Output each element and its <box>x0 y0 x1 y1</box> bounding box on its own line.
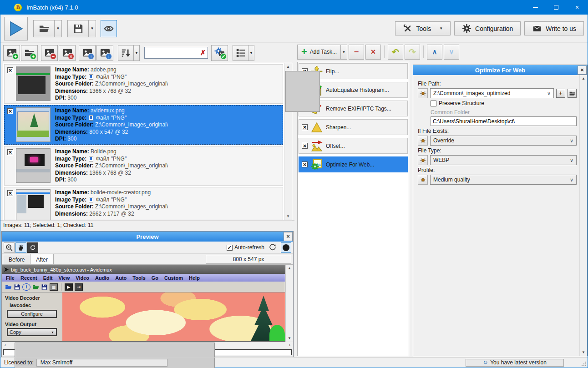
view-mode-button[interactable] <box>233 45 248 61</box>
scroll-down-icon[interactable]: ▼ <box>286 335 293 342</box>
image-checkbox[interactable]: × <box>7 149 13 155</box>
scrollbar-thumb[interactable] <box>285 71 320 112</box>
tab-after[interactable]: After <box>30 254 53 264</box>
image-checkbox[interactable]: × <box>7 67 13 73</box>
preserve-structure-checkbox[interactable] <box>431 101 436 106</box>
scroll-up-icon[interactable]: ▲ <box>284 63 292 70</box>
file-type-param-button[interactable] <box>418 155 428 165</box>
browse-folder-button[interactable] <box>568 89 577 98</box>
common-folder-input[interactable] <box>431 116 577 126</box>
refresh-preview-button[interactable] <box>267 242 278 253</box>
view-mode-dropdown[interactable]: ▼ <box>248 45 254 61</box>
maximize-button[interactable] <box>546 0 567 15</box>
undo-button[interactable]: ↶ <box>388 45 403 60</box>
profile-value: Medium quality <box>433 176 470 183</box>
move-image-up-button[interactable]: ↑ <box>79 45 96 61</box>
task-item-optimize-for-web[interactable]: × Optimize For Web... <box>299 156 408 172</box>
image-item-bolide-movie-creator[interactable]: × Image Name: bolide-movie-creator.png I… <box>4 187 283 220</box>
scroll-left-icon[interactable]: ‹ <box>2 342 9 348</box>
tab-before[interactable]: Before <box>3 255 30 264</box>
add-path-button[interactable]: + <box>556 89 565 98</box>
if-file-exists-select[interactable]: Override ∨ <box>430 136 577 146</box>
task-checkbox[interactable]: × <box>302 143 308 149</box>
toolbar-separator <box>384 45 385 58</box>
profile-param-button[interactable] <box>418 175 428 185</box>
preview-close-button[interactable]: × <box>284 232 293 241</box>
remove-all-tasks-button[interactable]: × <box>365 45 381 60</box>
scroll-down-icon[interactable]: ▼ <box>580 349 587 356</box>
image-dpi: 300 <box>67 136 76 142</box>
image-item-avidemux[interactable]: × Image Name: avidemux.png Image Type: Ф… <box>4 105 283 145</box>
image-name: avidemux.png <box>91 107 125 114</box>
image-type: Файл "PNG" <box>96 156 127 162</box>
preserve-structure-option[interactable]: Preserve Structure <box>431 100 577 106</box>
task-item-sharpen[interactable]: × Sharpen... <box>299 119 408 135</box>
minimize-button[interactable] <box>525 0 546 15</box>
auto-refresh-checkbox[interactable]: ✓ <box>227 245 233 251</box>
task-checkbox[interactable]: × <box>302 161 308 167</box>
optimize-panel-scrollbar[interactable]: ▲ ▼ <box>579 75 587 356</box>
task-label: Optimize For Web... <box>326 161 374 168</box>
close-button[interactable]: × <box>567 0 588 15</box>
clear-search-button[interactable]: ✗ <box>198 49 208 57</box>
add-task-dropdown[interactable]: ▼ <box>340 45 347 60</box>
field-label: Image Type: <box>55 74 86 80</box>
tools-button[interactable]: Tools ▼ <box>395 21 451 35</box>
remove-image-button[interactable]: − <box>41 45 58 61</box>
file-path-param-button[interactable] <box>418 88 428 98</box>
target-icon <box>419 176 427 184</box>
optimize-panel-close-button[interactable]: × <box>578 66 587 75</box>
field-label: Image Name: <box>55 148 89 155</box>
image-search-input[interactable] <box>145 48 198 58</box>
if-exists-param-button[interactable] <box>418 136 428 146</box>
image-item-bolide[interactable]: × Image Name: Bolide.png Image Type: Фай… <box>4 146 283 186</box>
preview-hscrollbar[interactable]: ‹ › <box>2 342 293 348</box>
image-item-adobe[interactable]: × Image Name: adobe.png Image Type: Файл… <box>4 64 283 104</box>
preview-canvas[interactable]: big_buck_bunny_480p_stereo.avi - Avidemu… <box>2 265 285 342</box>
auto-refresh-option[interactable]: ✓ Auto-refresh <box>227 244 264 251</box>
save-project-button[interactable] <box>67 20 88 37</box>
add-folder-button[interactable]: + <box>21 45 38 61</box>
file-path-label: File Path: <box>418 81 577 87</box>
move-image-down-button[interactable]: ↓ <box>96 45 113 61</box>
open-project-dropdown[interactable]: ▼ <box>54 20 62 37</box>
open-project-button[interactable] <box>33 20 54 37</box>
rotate-view-button[interactable] <box>27 242 38 253</box>
save-project-dropdown[interactable]: ▼ <box>88 20 96 37</box>
minus-badge-icon: − <box>50 53 56 60</box>
image-name: adobe.png <box>91 66 117 73</box>
image-checkbox[interactable]: × <box>7 108 13 114</box>
preview-vscrollbar[interactable]: ▲ ▼ <box>285 265 293 342</box>
task-checkbox[interactable]: × <box>302 124 308 130</box>
move-task-up-button[interactable]: ∧ <box>427 45 442 60</box>
sort-images-button[interactable] <box>118 45 133 61</box>
scroll-right-icon[interactable]: › <box>286 342 293 348</box>
image-list-scrollbar[interactable]: ▲ ▼ <box>284 63 292 220</box>
file-type-select[interactable]: WEBP ∨ <box>430 155 577 165</box>
configuration-label: Configuration <box>475 25 513 32</box>
add-images-button[interactable]: + <box>3 45 20 61</box>
add-task-button[interactable]: + Add Task... <box>297 45 340 60</box>
run-tasks-button[interactable] <box>4 17 28 40</box>
scroll-up-icon[interactable]: ▲ <box>286 265 293 272</box>
zoom-fit-button[interactable] <box>4 242 15 253</box>
scroll-down-icon[interactable]: ▼ <box>284 213 292 220</box>
title-bar: B ImBatch (x64) 7.1.0 × <box>0 0 588 15</box>
configuration-button[interactable]: Configuration <box>454 21 521 35</box>
licensee-field: Max Smirnoff <box>36 359 167 367</box>
background-color-button[interactable] <box>281 242 291 253</box>
profile-select[interactable]: Medium quality ∨ <box>430 175 577 185</box>
image-checkbox[interactable]: × <box>7 190 13 196</box>
sort-images-dropdown[interactable]: ▼ <box>133 45 140 61</box>
remove-all-images-button[interactable]: × <box>59 45 76 61</box>
write-to-us-button[interactable]: Write to us <box>524 21 584 35</box>
pan-tool-button[interactable] <box>15 242 26 253</box>
scroll-up-icon[interactable]: ▲ <box>580 75 587 82</box>
resize-grip[interactable] <box>581 361 587 367</box>
file-path-combobox[interactable]: Z:\Common\_images_optimized ∨ <box>430 88 554 98</box>
preview-toggle-button[interactable] <box>101 20 117 37</box>
task-item-offset[interactable]: × Offset... <box>299 138 408 154</box>
apply-checked-tasks-button[interactable]: ✓ <box>211 45 228 61</box>
menu-item: Edit <box>43 275 53 281</box>
remove-task-button[interactable]: − <box>349 45 364 60</box>
